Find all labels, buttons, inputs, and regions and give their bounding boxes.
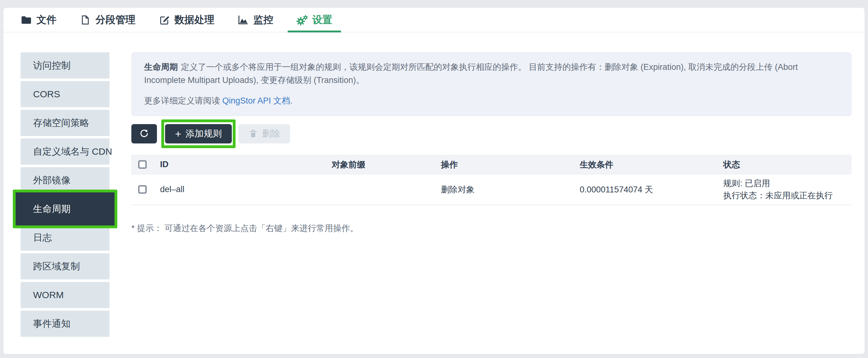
- settings-sidebar: 访问控制 CORS 存储空间策略 自定义域名与 CDN 外部镜像 生命周期 日志…: [21, 53, 110, 339]
- rule-operation: 删除对象: [434, 184, 573, 195]
- file-icon: [80, 14, 91, 26]
- add-rule-button[interactable]: + 添加规则: [165, 124, 232, 143]
- tab-settings[interactable]: 设置: [297, 8, 332, 32]
- header-operation: 操作: [434, 159, 573, 170]
- sidebar-item-event-notification[interactable]: 事件通知: [21, 311, 110, 337]
- sidebar-item-cross-region-replication[interactable]: 跨区域复制: [21, 253, 110, 280]
- delete-button[interactable]: 删除: [238, 124, 290, 143]
- add-rule-highlight-frame: + 添加规则: [165, 124, 232, 143]
- tab-label: 数据处理: [175, 13, 214, 27]
- trash-icon: [248, 129, 258, 138]
- settings-content: 访问控制 CORS 存储空间策略 自定义域名与 CDN 外部镜像 生命周期 日志…: [3, 32, 865, 339]
- sidebar-item-access-control[interactable]: 访问控制: [21, 53, 110, 78]
- row-checkbox[interactable]: [138, 185, 147, 194]
- lifecycle-rules-table: ID 对象前缀 操作 生效条件 状态 del–all 删除对象 0.000011…: [131, 155, 851, 205]
- description-paragraph: 生命周期定义了一个或多个将应用于一组对象的规则，该规则会定期对所匹配的对象执行相…: [144, 61, 839, 87]
- rule-status-line2: 执行状态：未应用或正在执行: [723, 190, 851, 202]
- header-prefix: 对象前缀: [256, 159, 434, 170]
- rule-status: 规则: 已启用 执行状态：未应用或正在执行: [716, 177, 851, 202]
- rule-condition: 0.000011574074 天: [573, 184, 716, 195]
- rule-id: del–all: [153, 185, 256, 194]
- gears-icon: [297, 14, 308, 26]
- folder-icon: [21, 14, 32, 26]
- lifecycle-description: 生命周期定义了一个或多个将应用于一组对象的规则，该规则会定期对所匹配的对象执行相…: [131, 53, 851, 116]
- rules-toolbar: + 添加规则 删除: [131, 124, 851, 143]
- description-more: 更多详细定义请阅读 QingStor API 文档.: [144, 95, 839, 107]
- sidebar-item-cors[interactable]: CORS: [21, 81, 110, 107]
- tab-label: 文件: [36, 13, 57, 27]
- sidebar-item-worm[interactable]: WORM: [21, 282, 110, 308]
- select-all-checkbox[interactable]: [138, 160, 147, 169]
- edit-icon: [158, 14, 170, 26]
- tab-monitoring[interactable]: 监控: [238, 8, 273, 32]
- tab-multipart[interactable]: 分段管理: [80, 8, 135, 32]
- sidebar-item-lifecycle[interactable]: 生命周期: [21, 196, 110, 222]
- header-status: 状态: [716, 159, 851, 170]
- sidebar-item-custom-domain-cdn[interactable]: 自定义域名与 CDN: [21, 138, 110, 165]
- plus-icon: +: [175, 128, 181, 139]
- bucket-settings-card: 文件 分段管理 数据处理 监控: [3, 7, 865, 354]
- header-id: ID: [153, 160, 256, 169]
- description-term: 生命周期: [144, 62, 178, 72]
- rule-status-line1: 规则: 已启用: [723, 177, 851, 190]
- tab-data-processing[interactable]: 数据处理: [158, 8, 214, 32]
- tab-label: 监控: [253, 13, 273, 27]
- refresh-button[interactable]: [131, 124, 157, 143]
- table-header-row: ID 对象前缀 操作 生效条件 状态: [131, 155, 851, 175]
- sidebar-item-logs[interactable]: 日志: [21, 225, 110, 251]
- lifecycle-panel: 生命周期定义了一个或多个将应用于一组对象的规则，该规则会定期对所匹配的对象执行相…: [131, 53, 851, 339]
- chart-icon: [238, 14, 249, 26]
- hint-text: * 提示： 可通过在各个资源上点击「右键」来进行常用操作。: [131, 223, 851, 234]
- table-row: del–all 删除对象 0.000011574074 天 规则: 已启用 执行…: [131, 175, 851, 205]
- sidebar-item-bucket-policy[interactable]: 存储空间策略: [21, 110, 110, 136]
- header-condition: 生效条件: [573, 159, 716, 170]
- api-doc-link[interactable]: QingStor API 文档: [222, 96, 290, 105]
- refresh-icon: [139, 128, 150, 139]
- tab-bar: 文件 分段管理 数据处理 监控: [3, 8, 865, 32]
- tab-label: 分段管理: [95, 13, 135, 27]
- tab-files[interactable]: 文件: [21, 8, 57, 32]
- tab-label: 设置: [312, 13, 332, 27]
